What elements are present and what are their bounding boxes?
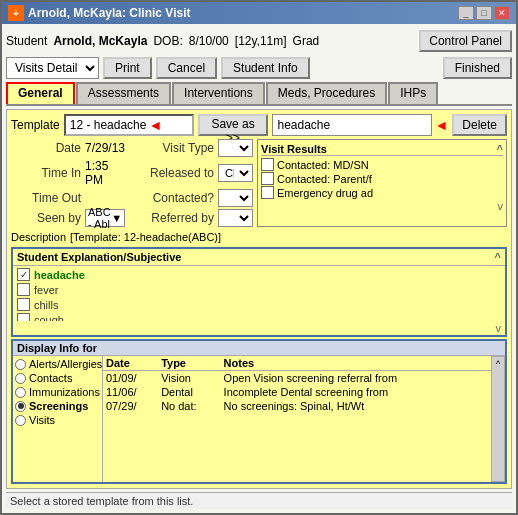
subjective-box: Student Explanation/Subjective ^ ✓ heada… — [11, 247, 507, 337]
minimize-button[interactable]: _ — [458, 6, 474, 20]
visit-results-panel: Visit Results ^ Contacted: MD/SN Contact… — [257, 139, 507, 227]
template-name-input[interactable] — [272, 114, 432, 136]
contacted-select[interactable] — [218, 189, 253, 207]
description-label: Description — [11, 231, 66, 243]
subjective-checkbox-fever[interactable] — [17, 283, 30, 296]
two-column-area: Student Explanation/Subjective ^ ✓ heada… — [11, 247, 507, 484]
subjective-header: Student Explanation/Subjective ^ — [13, 249, 505, 266]
subjective-item-cough: cough — [17, 313, 501, 321]
print-button[interactable]: Print — [103, 57, 152, 79]
referred-by-label: Referred by — [129, 211, 214, 225]
tab-interventions[interactable]: Interventions — [172, 82, 265, 104]
radio-alerts[interactable]: Alerts/Allergies — [15, 358, 100, 370]
app-icon: + — [8, 5, 24, 21]
status-bar: Select a stored template from this list. — [6, 492, 512, 509]
display-info-radios: Alerts/Allergies Contacts Immunizations — [13, 356, 103, 482]
row2-notes: Incomplete Dental screening from — [221, 385, 491, 399]
radio-label-visits: Visits — [29, 414, 55, 426]
template-label: Template — [11, 118, 60, 132]
vr-item-1: Contacted: MD/SN — [261, 158, 503, 171]
row3-type: No dat: — [158, 399, 220, 413]
vr-checkbox-3[interactable] — [261, 186, 274, 199]
time-in-label: Time In — [11, 166, 81, 180]
description-value: [Template: 12-headache(ABC)] — [70, 231, 221, 243]
cancel-button[interactable]: Cancel — [156, 57, 217, 79]
close-button[interactable]: ✕ — [494, 6, 510, 20]
subjective-scroll-up[interactable]: ^ — [495, 251, 501, 263]
vr-checkbox-2[interactable] — [261, 172, 274, 185]
maximize-button[interactable]: □ — [476, 6, 492, 20]
subjective-label-cough: cough — [34, 314, 64, 322]
radio-contacts[interactable]: Contacts — [15, 372, 100, 384]
col-date: Date — [103, 356, 158, 371]
radio-dot-visits — [15, 415, 26, 426]
template-dropdown[interactable]: 12 - headache ◄ — [64, 114, 194, 136]
title-controls: _ □ ✕ — [458, 6, 510, 20]
main-window: + Arnold, McKayla: Clinic Visit _ □ ✕ St… — [0, 0, 518, 515]
vr-checkbox-1[interactable] — [261, 158, 274, 171]
row1-type: Vision — [158, 371, 220, 386]
tab-assessments[interactable]: Assessments — [76, 82, 171, 104]
save-as-button[interactable]: Save as >> — [198, 114, 269, 136]
display-info-box: Display Info for Alerts/Allergies — [11, 339, 507, 484]
date-value: 7/29/13 — [85, 141, 125, 155]
subjective-items: ✓ headache fever chills — [13, 266, 505, 321]
released-to-select[interactable]: Class — [218, 164, 253, 182]
contacted-label: Contacted? — [129, 191, 214, 205]
row3-date: 07/29/ — [103, 399, 158, 413]
visit-results-title: Visit Results — [261, 143, 327, 155]
time-in-value: 1:35 PM — [85, 159, 125, 187]
radio-dot-immunizations — [15, 387, 26, 398]
main-area: Template 12 - headache ◄ Save as >> ◄ De… — [6, 109, 512, 489]
display-info-table: Date Type Notes 01/09/ Vision — [103, 356, 491, 413]
tab-general[interactable]: General — [6, 82, 75, 104]
released-to-label: Released to — [129, 166, 214, 180]
display-info-body: Alerts/Allergies Contacts Immunizations — [13, 356, 505, 482]
tab-meds-procedures[interactable]: Meds, Procedures — [266, 82, 387, 104]
visits-detail-dropdown[interactable]: Visits Detail — [6, 57, 99, 79]
form-grid: Date 7/29/13 Visit Type Time In 1:35 PM … — [11, 139, 253, 227]
radio-label-immunizations: Immunizations — [29, 386, 100, 398]
title-bar: + Arnold, McKayla: Clinic Visit _ □ ✕ — [2, 2, 516, 24]
template-name-arrow: ◄ — [434, 117, 448, 133]
dob-label: DOB: — [153, 34, 182, 48]
date-label: Date — [11, 141, 81, 155]
top-form-area: Date 7/29/13 Visit Type Time In 1:35 PM … — [11, 139, 507, 227]
radio-visits[interactable]: Visits — [15, 414, 100, 426]
vr-label-2: Contacted: Parent/f — [277, 173, 372, 185]
referred-by-select[interactable] — [218, 209, 253, 227]
vr-label-1: Contacted: MD/SN — [277, 159, 369, 171]
table-row: 01/09/ Vision Open Vision screening refe… — [103, 371, 491, 386]
left-form: Date 7/29/13 Visit Type Time In 1:35 PM … — [11, 139, 253, 227]
radio-label-alerts: Alerts/Allergies — [29, 358, 102, 370]
visit-results-scroll-up[interactable]: ^ — [497, 143, 503, 155]
radio-immunizations[interactable]: Immunizations — [15, 386, 100, 398]
finished-button[interactable]: Finished — [443, 57, 512, 79]
row1-date: 01/09/ — [103, 371, 158, 386]
visit-type-select[interactable] — [218, 139, 253, 157]
control-panel-button[interactable]: Control Panel — [419, 30, 512, 52]
subjective-checkbox-cough[interactable] — [17, 313, 30, 321]
subjective-item-fever: fever — [17, 283, 501, 296]
radio-screenings[interactable]: Screenings — [15, 400, 100, 412]
window-title: Arnold, McKayla: Clinic Visit — [28, 6, 190, 20]
student-info-button[interactable]: Student Info — [221, 57, 310, 79]
template-row: Template 12 - headache ◄ Save as >> ◄ De… — [11, 114, 507, 136]
radio-dot-alerts — [15, 359, 26, 370]
student-bar: Student Arnold, McKayla DOB: 8/10/00 [12… — [6, 28, 512, 54]
grade-label: Grad — [293, 34, 320, 48]
radio-label-contacts: Contacts — [29, 372, 72, 384]
display-info-scroll-up[interactable]: ^ — [491, 356, 505, 482]
visit-results-header: Visit Results ^ — [261, 143, 503, 156]
template-dropdown-arrow: ◄ — [148, 117, 162, 133]
subjective-checkbox-headache[interactable]: ✓ — [17, 268, 30, 281]
subjective-label-fever: fever — [34, 284, 58, 296]
visit-results-scroll-down[interactable]: v — [261, 200, 503, 212]
vr-item-2: Contacted: Parent/f — [261, 172, 503, 185]
delete-button[interactable]: Delete — [452, 114, 507, 136]
visit-type-label: Visit Type — [129, 141, 214, 155]
seen-by-dropdown[interactable]: ABC - Abl ▼ — [85, 209, 125, 227]
subjective-checkbox-chills[interactable] — [17, 298, 30, 311]
subjective-scroll-down[interactable]: v — [13, 321, 505, 335]
tab-ihps[interactable]: IHPs — [388, 82, 438, 104]
